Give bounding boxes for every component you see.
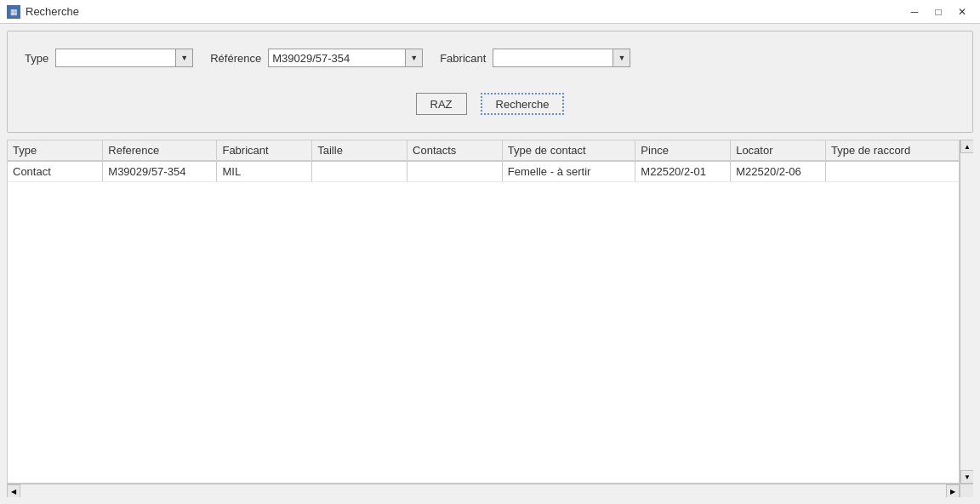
cell-contacts xyxy=(407,161,503,182)
col-type: Type xyxy=(8,140,103,161)
cell-taille xyxy=(312,161,407,182)
recherche-button[interactable]: Recherche xyxy=(481,93,565,115)
minimize-button[interactable]: ─ xyxy=(903,3,926,20)
app-icon: ▦ xyxy=(7,5,20,19)
search-fields: Type ▼ Référence M39029/57-354 ▼ xyxy=(25,49,955,67)
type-select[interactable]: ▼ xyxy=(55,49,193,67)
col-type-contact: Type de contact xyxy=(502,140,635,161)
col-type-raccord: Type de raccord xyxy=(825,140,959,161)
search-buttons: RAZ Recherche xyxy=(25,93,955,115)
cell-type_raccord xyxy=(825,161,959,182)
col-fabricant: Fabricant xyxy=(217,140,312,161)
table-header: Type Reference Fabricant Taille Contacts… xyxy=(8,140,959,161)
fabricant-select[interactable]: ▼ xyxy=(493,49,630,67)
fabricant-label: Fabricant xyxy=(440,52,486,65)
table-header-row: Type Reference Fabricant Taille Contacts… xyxy=(8,140,959,161)
fabricant-dropdown-btn[interactable]: ▼ xyxy=(612,49,630,66)
cell-type_contact: Femelle - à sertir xyxy=(502,161,635,182)
scroll-track[interactable] xyxy=(960,153,973,470)
reference-field-group: Référence M39029/57-354 ▼ xyxy=(210,49,423,67)
col-locator: Locator xyxy=(731,140,826,161)
reference-select-value: M39029/57-354 xyxy=(269,49,405,66)
scrollbar-corner xyxy=(960,484,973,497)
fabricant-field-group: Fabricant ▼ xyxy=(440,49,630,67)
type-select-value xyxy=(56,49,175,66)
col-reference: Reference xyxy=(103,140,217,161)
raz-button[interactable]: RAZ xyxy=(416,93,467,115)
maximize-button[interactable]: □ xyxy=(927,3,949,20)
vertical-scrollbar[interactable]: ▲ ▼ xyxy=(960,140,973,484)
type-dropdown-arrow: ▼ xyxy=(180,54,188,62)
scroll-up-btn[interactable]: ▲ xyxy=(960,140,973,153)
scroll-left-btn[interactable]: ◀ xyxy=(7,484,20,497)
scroll-right-btn[interactable]: ▶ xyxy=(946,484,960,497)
table-body: ContactM39029/57-354MILFemelle - à serti… xyxy=(8,161,959,182)
main-content: Type ▼ Référence M39029/57-354 ▼ xyxy=(0,24,980,504)
reference-dropdown-arrow: ▼ xyxy=(410,54,418,62)
table-container: Type Reference Fabricant Taille Contacts… xyxy=(7,140,960,484)
scroll-down-btn[interactable]: ▼ xyxy=(960,470,973,484)
col-pince: Pince xyxy=(635,140,731,161)
hscroll-track[interactable] xyxy=(20,484,946,497)
reference-label: Référence xyxy=(210,52,261,65)
cell-reference: M39029/57-354 xyxy=(103,161,217,182)
col-taille: Taille xyxy=(312,140,407,161)
cell-locator: M22520/2-06 xyxy=(731,161,826,182)
fabricant-select-value xyxy=(493,49,612,66)
cell-type: Contact xyxy=(8,161,103,182)
title-bar: ▦ Recherche ─ □ ✕ xyxy=(0,0,980,24)
col-contacts: Contacts xyxy=(407,140,503,161)
window-title: Recherche xyxy=(26,5,79,18)
horizontal-scrollbar[interactable]: ◀ ▶ xyxy=(7,484,960,497)
results-table: Type Reference Fabricant Taille Contacts… xyxy=(8,140,959,182)
cell-fabricant: MIL xyxy=(217,161,312,182)
cell-pince: M22520/2-01 xyxy=(635,161,731,182)
title-bar-left: ▦ Recherche xyxy=(7,5,79,19)
reference-dropdown-btn[interactable]: ▼ xyxy=(405,49,422,66)
type-label: Type xyxy=(25,52,48,65)
close-button[interactable]: ✕ xyxy=(951,3,973,20)
type-field-group: Type ▼ xyxy=(25,49,193,67)
table-row[interactable]: ContactM39029/57-354MILFemelle - à serti… xyxy=(8,161,959,182)
type-dropdown-btn[interactable]: ▼ xyxy=(175,49,192,66)
fabricant-dropdown-arrow: ▼ xyxy=(618,54,625,62)
results-wrapper: Type Reference Fabricant Taille Contacts… xyxy=(7,140,973,497)
title-bar-controls: ─ □ ✕ xyxy=(903,3,973,20)
results-area: Type Reference Fabricant Taille Contacts… xyxy=(7,140,960,484)
reference-select[interactable]: M39029/57-354 ▼ xyxy=(268,49,423,67)
search-panel: Type ▼ Référence M39029/57-354 ▼ xyxy=(7,31,973,133)
